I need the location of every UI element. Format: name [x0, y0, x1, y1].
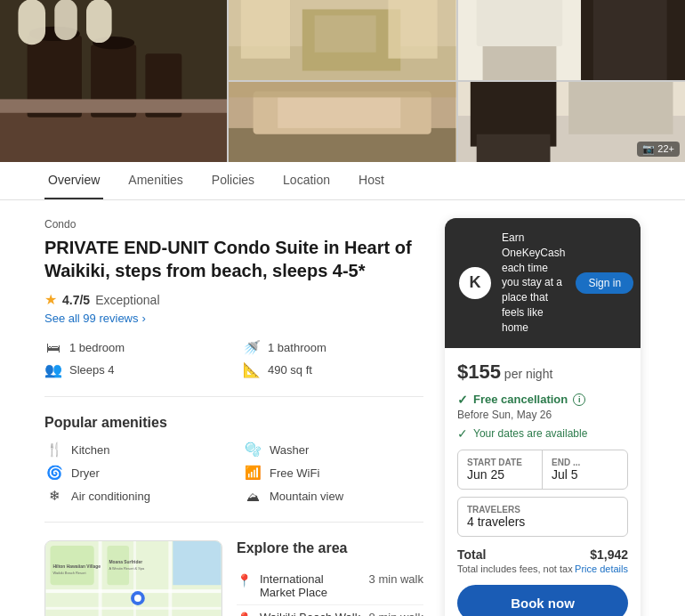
tab-overview[interactable]: Overview — [44, 162, 103, 199]
explore-name-1: Waikiki Beach Walk — [260, 611, 362, 616]
rating-value: 4.7/5 — [62, 293, 90, 307]
map-area: Hilton Hawaiian Village Waikiki Beach Re… — [44, 540, 423, 616]
svg-rect-27 — [229, 82, 455, 97]
svg-rect-37 — [99, 541, 102, 616]
detail-sqft: 📐 490 sq ft — [243, 361, 423, 378]
book-now-button[interactable]: Book now — [457, 585, 628, 616]
photo-bot-mid[interactable] — [229, 82, 455, 162]
onekeycash-text: Earn OneKeyCash each time you stay at a … — [502, 231, 565, 336]
svg-text:Hilton Hawaiian Village: Hilton Hawaiian Village — [52, 564, 101, 569]
svg-rect-39 — [168, 541, 172, 616]
tab-host[interactable]: Host — [355, 162, 388, 199]
svg-point-48 — [134, 595, 141, 602]
total-sub: Total includes fees, not tax Price detai… — [457, 563, 628, 574]
property-details: 🛏 1 bedroom 🚿 1 bathroom 👥 Sleeps 4 📐 49… — [44, 339, 423, 397]
svg-text:Waikiki Beach Resort: Waikiki Beach Resort — [52, 571, 86, 575]
mountain-icon: ⛰ — [243, 489, 262, 504]
travelers-field[interactable]: Travelers 4 travelers — [457, 497, 628, 537]
end-date-field[interactable]: End ... Jul 5 — [543, 450, 627, 489]
amenities-title: Popular amenities — [44, 415, 423, 431]
bathroom-text: 1 bathroom — [268, 341, 326, 354]
bathroom-icon: 🚿 — [243, 339, 261, 356]
dryer-icon: 🌀 — [44, 465, 64, 481]
svg-rect-10 — [86, 0, 112, 43]
nav-tabs: Overview Amenities Policies Location Hos… — [0, 162, 685, 200]
free-cancellation: ✓ Free cancellation i — [457, 393, 628, 407]
map-background: Hilton Hawaiian Village Waikiki Beach Re… — [45, 541, 222, 616]
left-column: Condo PRIVATE END-UNIT Condo Suite in He… — [44, 218, 423, 616]
price-per: per night — [504, 367, 552, 381]
amenity-washer-label: Washer — [270, 443, 309, 457]
property-title: PRIVATE END-UNIT Condo Suite in Heart of… — [44, 236, 423, 282]
rating-row: ★ 4.7/5 Exceptional — [44, 291, 423, 308]
photo-main[interactable] — [0, 0, 227, 162]
onekeycash-k-logo: K — [459, 267, 491, 299]
tab-policies[interactable]: Policies — [208, 162, 258, 199]
svg-text:A Westin Resort & Spa: A Westin Resort & Spa — [109, 566, 145, 571]
photo-bot-right[interactable]: 📷 22+ — [458, 82, 685, 162]
amenity-wifi-label: Free WiFi — [270, 466, 319, 480]
reviews-link[interactable]: See all 99 reviews › — [44, 312, 423, 325]
photo-gallery: 📷 22+ — [0, 0, 685, 162]
detail-bedroom: 🛏 1 bedroom — [44, 339, 225, 356]
explore-title: Explore the area — [237, 540, 423, 556]
svg-rect-32 — [476, 134, 550, 162]
info-icon[interactable]: i — [573, 393, 585, 406]
price-amount: $155 — [457, 361, 501, 383]
bedroom-text: 1 bedroom — [69, 341, 125, 354]
booking-card: K Earn OneKeyCash each time you stay at … — [445, 218, 641, 616]
amenity-dryer-label: Dryer — [71, 466, 100, 480]
explore-item-0: 📍 International Market Place 3 min walk — [237, 567, 423, 605]
svg-rect-9 — [54, 0, 77, 40]
check-circle-icon: ✓ — [457, 393, 468, 407]
photo-count-badge[interactable]: 📷 22+ — [637, 142, 680, 157]
explore-name-0: International Market Place — [260, 572, 362, 599]
free-cancel-label: Free cancellation — [473, 393, 568, 406]
photo-top-mid[interactable] — [229, 0, 455, 80]
sqft-icon: 📐 — [243, 361, 261, 378]
dates-available: ✓ Your dates are available — [457, 426, 628, 441]
sqft-text: 490 sq ft — [268, 363, 312, 377]
location-pin-icon-1: 📍 — [237, 612, 253, 616]
explore-section: Explore the area 📍 International Market … — [237, 540, 423, 616]
svg-rect-14 — [241, 0, 290, 59]
wifi-icon: 📶 — [243, 465, 262, 481]
right-column: K Earn OneKeyCash each time you stay at … — [445, 218, 641, 616]
amenities-grid: 🍴 Kitchen 🫧 Washer 🌀 Dryer 📶 Free WiFi — [44, 442, 423, 523]
star-icon: ★ — [44, 291, 57, 308]
avail-text: Your dates are available — [473, 427, 587, 440]
total-label: Total — [457, 547, 486, 562]
signin-button[interactable]: Sign in — [576, 272, 633, 294]
travelers-label: Travelers — [467, 505, 618, 515]
onekeycash-banner: K Earn OneKeyCash each time you stay at … — [445, 218, 641, 348]
rating-label: Exceptional — [95, 293, 159, 307]
total-amount: $1,942 — [590, 547, 628, 562]
start-date-label: Start date — [467, 458, 533, 467]
kitchen-icon: 🍴 — [44, 442, 64, 458]
amenity-washer: 🫧 Washer — [243, 442, 423, 458]
price-row: $155 per night — [457, 361, 628, 384]
price-details-link[interactable]: Price details — [575, 563, 628, 574]
tab-amenities[interactable]: Amenities — [125, 162, 186, 199]
svg-rect-22 — [476, 0, 562, 46]
avail-check-icon: ✓ — [457, 426, 468, 441]
sleeps-icon: 👥 — [44, 361, 62, 378]
svg-rect-42 — [173, 541, 221, 585]
tab-location[interactable]: Location — [279, 162, 334, 199]
total-sub-text: Total includes fees, not tax — [457, 563, 573, 574]
chevron-right-icon: › — [142, 312, 146, 325]
svg-rect-31 — [568, 82, 673, 134]
map-thumbnail[interactable]: Hilton Hawaiian Village Waikiki Beach Re… — [44, 540, 222, 616]
reviews-link-text: See all 99 reviews — [44, 312, 139, 325]
svg-rect-7 — [0, 99, 227, 112]
map-section: Hilton Hawaiian Village Waikiki Beach Re… — [44, 540, 222, 616]
page-wrapper: 📷 22+ Overview Amenities Policies Locati… — [0, 0, 685, 616]
start-date-field[interactable]: Start date Jun 25 — [458, 450, 543, 489]
washer-icon: 🫧 — [243, 442, 262, 458]
location-pin-icon-0: 📍 — [237, 573, 253, 588]
svg-rect-21 — [592, 0, 666, 80]
amenity-kitchen: 🍴 Kitchen — [44, 442, 225, 458]
amenity-wifi: 📶 Free WiFi — [243, 465, 423, 481]
property-type: Condo — [44, 218, 423, 231]
photo-top-right[interactable] — [458, 0, 685, 80]
